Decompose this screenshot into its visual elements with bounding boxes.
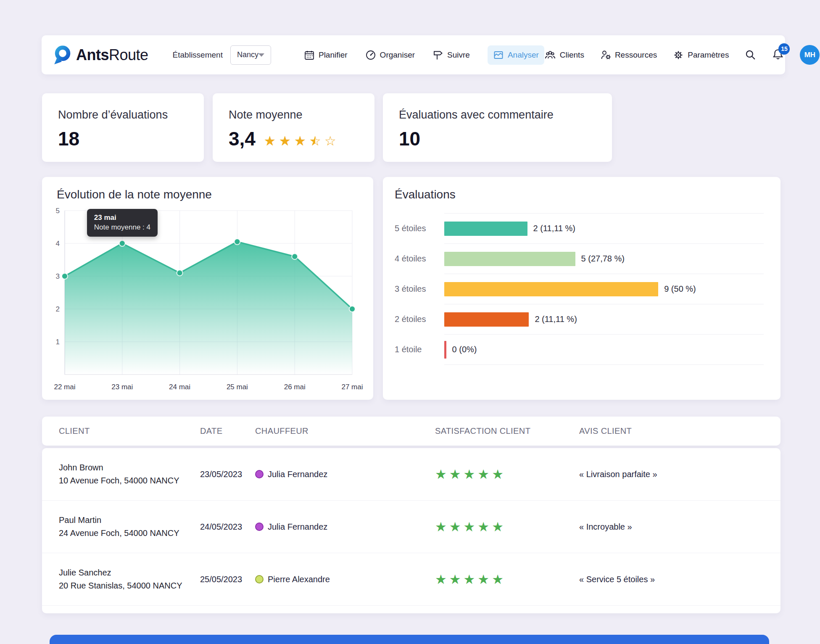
bar-track: 9 (50 %) <box>444 274 764 304</box>
table-header: CLIENT DATE CHAUFFEUR SATISFACTION CLIEN… <box>42 417 780 446</box>
client-cell: Paul Martin24 Avenue Foch, 54000 NANCY <box>59 514 200 540</box>
bar-row: 5 étoiles2 (11,11 %) <box>395 213 764 243</box>
nav-item-analyser[interactable]: Analyser <box>488 45 544 65</box>
bar-category-label: 1 étoile <box>395 334 444 364</box>
table-row: John Brown10 Avenue Foch, 54000 NANCY23/… <box>42 448 780 501</box>
brand-name: AntsRoute <box>76 46 148 64</box>
review-text: « Incroyable » <box>579 522 770 532</box>
bar-track: 2 (11,11 %) <box>444 304 764 334</box>
chart-title: Évolution de la note moyenne <box>42 177 373 201</box>
line-chart-svg: 1234522 mai23 mai24 mai25 mai26 mai27 ma… <box>50 204 365 394</box>
evaluations-distribution-card: Évaluations 5 étoiles2 (11,11 %)4 étoile… <box>383 177 780 400</box>
ride-date: 25/05/2023 <box>200 575 255 584</box>
stat-title: Nombre d’évaluations <box>58 108 188 121</box>
bar-row: 3 étoiles9 (50 %) <box>395 274 764 304</box>
establishment-label: Établissement <box>173 50 223 60</box>
stat-card-average-rating: Note moyenne 3,4 ☆★☆★☆★☆★☆★ <box>213 93 374 162</box>
bottom-accent-bar <box>50 635 769 644</box>
client-address: 24 Avenue Foch, 54000 NANCY <box>59 527 200 540</box>
chevron-down-icon <box>258 53 264 57</box>
nav-item-planifier[interactable]: Planifier <box>304 50 348 61</box>
bar-value: 2 (11,11 %) <box>535 314 577 324</box>
bar-chart: 5 étoiles2 (11,11 %)4 étoiles5 (27,78 %)… <box>395 213 764 365</box>
nav-item-organiser[interactable]: Organiser <box>365 50 415 61</box>
bar-chart-baseline <box>444 364 764 365</box>
search-button[interactable] <box>745 49 756 61</box>
svg-text:25 mai: 25 mai <box>227 383 248 391</box>
bar-value: 0 (0%) <box>452 345 477 354</box>
stat-value: 18 <box>58 127 188 150</box>
table-row: Paul Martin24 Avenue Foch, 54000 NANCY24… <box>42 501 780 553</box>
svg-text:2: 2 <box>56 305 60 313</box>
clients-icon <box>544 50 556 61</box>
client-cell: John Brown10 Avenue Foch, 54000 NANCY <box>59 461 200 487</box>
column-header-avis: AVIS CLIENT <box>579 426 770 436</box>
driver-name: Julia Fernandez <box>268 470 327 479</box>
bar-row: 1 étoile0 (0%) <box>395 334 764 364</box>
driver-dot <box>255 523 264 531</box>
svg-text:24 mai: 24 mai <box>169 383 190 391</box>
bar-track: 0 (0%) <box>444 334 764 364</box>
gauge-icon <box>365 50 376 61</box>
svg-text:3: 3 <box>56 272 60 280</box>
nav-item-parametres[interactable]: Paramètres <box>673 50 729 61</box>
bar-row: 2 étoiles2 (11,11 %) <box>395 304 764 334</box>
bar <box>444 222 527 236</box>
bar-value: 5 (27,78 %) <box>581 254 625 264</box>
svg-text:22 mai: 22 mai <box>54 383 75 391</box>
chart-icon <box>493 50 504 61</box>
establishment-select[interactable]: Nancy <box>230 45 271 65</box>
column-header-date: DATE <box>200 426 255 436</box>
calendar-icon <box>304 50 315 61</box>
column-header-satisfaction: SATISFACTION CLIENT <box>435 426 579 436</box>
satisfaction-stars: ★★★★★ <box>435 468 579 481</box>
avatar[interactable]: MH <box>800 45 820 65</box>
nav-item-ressources[interactable]: Ressources <box>600 50 657 61</box>
brand-logo[interactable]: AntsRoute <box>53 45 148 65</box>
antsroute-logo-icon <box>53 45 72 65</box>
bar-category-label: 5 étoiles <box>395 213 444 243</box>
notifications-button[interactable]: 15 <box>772 48 784 62</box>
driver-name: Julia Fernandez <box>268 522 327 532</box>
svg-text:5: 5 <box>56 207 60 215</box>
svg-text:26 mai: 26 mai <box>284 383 306 391</box>
star-icon: ☆★ <box>324 134 340 148</box>
driver-name: Pierre Alexandre <box>268 575 330 584</box>
driver-dot <box>255 575 264 583</box>
table-row: Julie Sanchez20 Rue Stanislas, 54000 NAN… <box>42 553 780 606</box>
rating-stars: ☆★☆★☆★☆★☆★ <box>264 127 340 150</box>
ride-date: 24/05/2023 <box>200 522 255 532</box>
svg-text:4: 4 <box>56 240 60 248</box>
driver-cell: Julia Fernandez <box>255 522 435 532</box>
bar-category-label: 3 étoiles <box>395 274 444 304</box>
svg-text:23 mai: 23 mai <box>111 383 133 391</box>
reviews-table: John Brown10 Avenue Foch, 54000 NANCY23/… <box>42 448 780 613</box>
nav-item-suivre[interactable]: Suivre <box>432 50 470 61</box>
resources-icon <box>600 50 611 61</box>
driver-cell: Pierre Alexandre <box>255 575 435 584</box>
average-rating-evolution-card: Évolution de la note moyenne 1234522 mai… <box>42 177 373 400</box>
bar-row: 4 étoiles5 (27,78 %) <box>395 243 764 274</box>
bar <box>444 282 658 296</box>
svg-text:1: 1 <box>56 338 60 346</box>
gear-icon <box>673 50 684 61</box>
chart-title: Évaluations <box>395 188 764 201</box>
column-header-client: CLIENT <box>59 426 200 436</box>
client-address: 20 Rue Stanislas, 54000 NANCY <box>59 579 200 592</box>
establishment-value: Nancy <box>237 50 258 59</box>
bar <box>444 341 446 359</box>
nav-item-clients[interactable]: Clients <box>544 50 584 61</box>
review-text: « Livraison parfaite » <box>579 470 770 479</box>
satisfaction-stars: ★★★★★ <box>435 520 579 533</box>
stat-value: 3,4 <box>229 127 256 150</box>
column-header-chauffeur: CHAUFFEUR <box>255 426 435 436</box>
stat-title: Note moyenne <box>229 108 359 121</box>
signpost-icon <box>432 50 443 61</box>
bar-category-label: 4 étoiles <box>395 243 444 274</box>
top-navigation-bar: AntsRoute Établissement Nancy Planifier … <box>42 35 785 74</box>
search-icon <box>745 49 756 61</box>
line-chart: 1234522 mai23 mai24 mai25 mai26 mai27 ma… <box>50 204 365 396</box>
client-name: Paul Martin <box>59 514 200 527</box>
driver-cell: Julia Fernandez <box>255 470 435 479</box>
review-text: « Service 5 étoiles » <box>579 575 770 584</box>
